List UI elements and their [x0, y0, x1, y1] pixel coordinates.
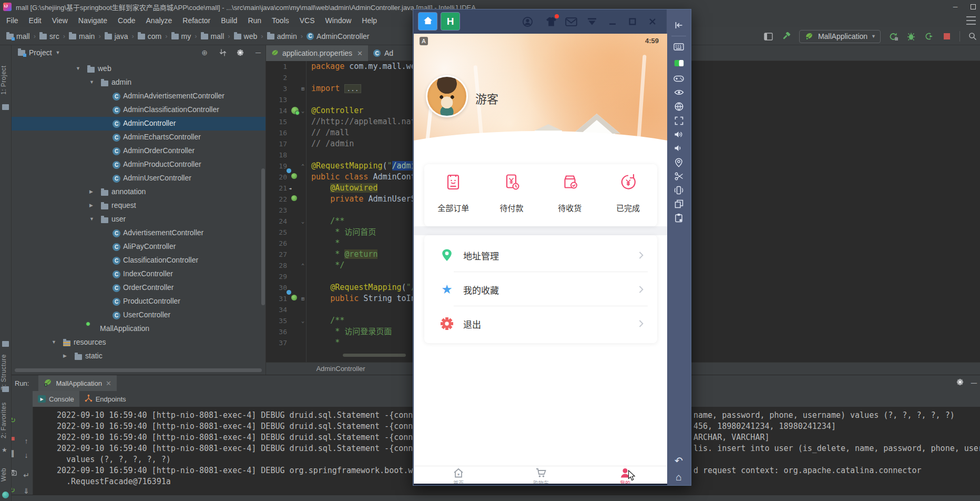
run-configuration-select[interactable]: MallApplication ▼ [799, 30, 881, 43]
tree-item-productcontroller[interactable]: CProductController [12, 295, 266, 308]
breadcrumb-item-admin[interactable]: admin [266, 32, 298, 41]
close-tab-icon[interactable]: ✕ [357, 49, 363, 57]
menu-edit[interactable]: Edit [24, 14, 47, 27]
tree-item-adviertisementcontroller[interactable]: CAdviertisementController [12, 226, 266, 240]
location-icon[interactable] [667, 158, 691, 169]
menu-build[interactable]: Build [216, 14, 242, 27]
tree-item-usercontroller[interactable]: CUserController [12, 308, 266, 322]
breadcrumb-item-mall[interactable]: mall [200, 32, 226, 41]
tree-item-resources[interactable]: ▼resources [12, 336, 266, 349]
settings-gear-icon[interactable] [236, 48, 245, 57]
menu-refactor[interactable]: Refactor [177, 14, 216, 27]
menu-row-star[interactable]: ★我的收藏 [424, 272, 657, 306]
breadcrumb-class-name[interactable]: AdminController [266, 365, 415, 373]
tab-application-properties[interactable]: application.properties ✕ [266, 45, 368, 61]
hide-panel-icon[interactable]: ─ [253, 48, 263, 57]
browser-icon[interactable] [667, 102, 691, 113]
search-everywhere-icon[interactable] [967, 32, 978, 41]
tree-item-admincontroller[interactable]: CAdminController [12, 117, 266, 131]
performance-icon[interactable] [667, 59, 691, 69]
eye-icon[interactable] [667, 88, 691, 98]
project-panel-title[interactable]: Project [29, 48, 52, 57]
back-icon[interactable]: ↶ [667, 455, 691, 467]
project-horizontal-scrollbar[interactable] [15, 368, 262, 372]
store-icon[interactable] [545, 16, 557, 27]
nav-item-cart[interactable]: 购物车 [523, 467, 559, 485]
tree-item-request[interactable]: ▶request [12, 199, 266, 213]
breadcrumb-item-mall[interactable]: mall [5, 32, 31, 41]
chevron-down-icon[interactable]: ▼ [56, 50, 60, 55]
tree-item-user[interactable]: ▼user [12, 213, 266, 226]
breadcrumb-item-web[interactable]: web [233, 32, 259, 41]
order-item-order-receive[interactable]: 待收货 [541, 164, 599, 226]
coverage-button[interactable] [924, 32, 934, 41]
down-arrow-icon[interactable]: ↓ [21, 450, 32, 460]
debug-button[interactable] [906, 32, 916, 41]
tree-item-adminordercontroller[interactable]: CAdminOrderController [12, 144, 266, 158]
run-button[interactable] [888, 32, 899, 41]
stop-button[interactable] [942, 32, 952, 41]
gamepad-icon[interactable] [667, 75, 691, 84]
menu-run[interactable]: Run [242, 14, 267, 27]
mail-icon[interactable] [565, 16, 577, 27]
breadcrumb-item-my[interactable]: my [170, 32, 192, 41]
avatar[interactable] [426, 75, 468, 117]
menu-row-gear[interactable]: 退出 [424, 306, 657, 340]
fold-marker-icon[interactable]: ⌃ [300, 161, 306, 172]
collapse-arrow-icon[interactable]: ▶ [89, 203, 93, 208]
breadcrumb-item-java[interactable]: java [104, 32, 129, 41]
minimize-window-icon[interactable]: ─ [952, 3, 959, 11]
menu-navigate[interactable]: Navigate [73, 14, 113, 27]
emulator-app-tab[interactable]: H [441, 12, 460, 31]
menu-file[interactable]: File [1, 14, 24, 27]
fold-marker-icon[interactable]: ⌄ [300, 216, 306, 227]
gutter-spring-autowired-icon[interactable]: ➜ [291, 195, 299, 203]
order-item-order-all[interactable]: 全部订单 [424, 164, 483, 226]
tree-item-web[interactable]: ▼web [12, 62, 266, 76]
menu-window[interactable]: Window [320, 14, 357, 27]
clipboard-icon[interactable] [667, 213, 691, 225]
editor-horizontal-scrollbar[interactable] [343, 354, 406, 357]
tree-item-classificationcontroller[interactable]: CClassificationController [12, 254, 266, 267]
tree-item-ordercontroller[interactable]: COrderController [12, 281, 266, 295]
menu-filter-icon[interactable] [586, 16, 598, 27]
collapse-all-icon[interactable] [218, 48, 228, 57]
tab-console[interactable]: ▶ Console [33, 391, 79, 407]
minimize-icon[interactable] [606, 16, 619, 27]
hamburger-menu-icon[interactable] [966, 16, 976, 25]
expand-arrow-icon[interactable]: ▼ [52, 339, 56, 345]
fold-marker-icon[interactable]: ⊞ [300, 83, 306, 94]
close-run-tab-icon[interactable]: ✕ [106, 379, 111, 387]
menu-code[interactable]: Code [113, 14, 140, 27]
sidebar-item-web[interactable]: Web [0, 464, 12, 485]
menu-view[interactable]: View [47, 14, 73, 27]
order-item-order-pay[interactable]: 待付款 [483, 164, 541, 226]
collapse-icon[interactable] [667, 21, 691, 32]
run-settings-gear-icon[interactable] [956, 378, 964, 388]
tool-window-icon[interactable] [763, 32, 774, 41]
breadcrumb-item-admincontroller[interactable]: CAdminController [305, 32, 370, 41]
collapse-arrow-icon[interactable]: ▶ [63, 353, 67, 358]
close-icon[interactable] [646, 16, 659, 27]
breadcrumb-item-src[interactable]: src [38, 32, 60, 41]
fold-marker-icon[interactable]: ⌃ [300, 260, 306, 271]
locate-file-icon[interactable]: ⊕ [200, 48, 209, 57]
gutter-spring-icon[interactable] [291, 107, 299, 115]
tree-item-adminadviertisementcontroller[interactable]: CAdminAdviertisementController [12, 89, 266, 103]
fold-marker-icon[interactable]: ⊞ [300, 293, 306, 304]
volume-up-icon[interactable] [667, 131, 691, 141]
expand-arrow-icon[interactable]: ▼ [76, 66, 80, 71]
tree-item-admin[interactable]: ▼admin [12, 76, 266, 89]
tab-admincontroller[interactable]: C Ad [368, 45, 399, 61]
multi-window-icon[interactable] [667, 199, 691, 211]
tab-endpoints[interactable]: Endpoints [79, 391, 131, 407]
tree-item-annotation[interactable]: ▶annotation [12, 185, 266, 199]
menu-help[interactable]: Help [356, 14, 382, 27]
tree-item-alipaycontroller[interactable]: CAliPayController [12, 240, 266, 254]
menu-row-pin[interactable]: 地址管理 [424, 238, 657, 272]
breadcrumb-item-com[interactable]: com [137, 32, 162, 41]
sidebar-item-favorites[interactable]: 2: Favorites [0, 397, 12, 444]
tree-item-indexcontroller[interactable]: CIndexController [12, 267, 266, 281]
nav-item-user[interactable]: 我的 [607, 467, 644, 485]
emulator-home-tab[interactable] [418, 12, 437, 31]
